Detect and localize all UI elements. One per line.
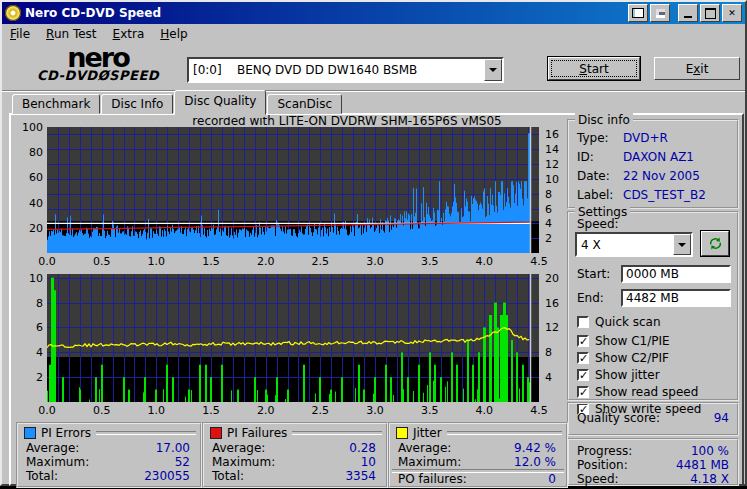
book-icon — [632, 8, 644, 18]
tab-benchmark[interactable]: Benchmark — [12, 94, 100, 114]
pif-right-axis: 20161284 — [542, 274, 568, 402]
logo-word-cdspeed: CD-DVDØSPEED — [18, 68, 178, 83]
close-button[interactable]: ✕ — [722, 4, 742, 22]
axis-tick-label: 4.0 — [476, 404, 494, 417]
header: nero CD-DVDØSPEED [0:0] BENQ DVD DD DW16… — [2, 44, 745, 91]
speed-select[interactable]: 4 X — [575, 232, 693, 257]
jitter-title: Jitter — [413, 426, 442, 440]
tab-disc-quality[interactable]: Disc Quality — [174, 90, 266, 115]
checkbox-box[interactable]: ✓ — [577, 352, 589, 364]
drive-select-dropdown-button[interactable] — [484, 59, 502, 81]
app-window: Nero CD-DVD Speed ✕ File Run Test Extra … — [0, 0, 747, 486]
pie-x-axis: 0.00.51.01.52.02.53.03.54.04.5 — [47, 255, 539, 268]
axis-tick-label: 100 — [11, 121, 43, 134]
stat-value: 230055 — [144, 469, 190, 483]
speed-select-dropdown-button[interactable] — [673, 234, 691, 255]
disc-id-value: DAXON AZ1 — [623, 150, 694, 166]
axis-tick-label: 2.0 — [257, 404, 275, 417]
start-position-label: Start: — [577, 267, 621, 281]
axis-tick-label: 4.0 — [476, 255, 494, 268]
drive-select[interactable]: [0:0] BENQ DVD DD DW1640 BSMB — [187, 57, 504, 83]
tab-scandisc[interactable]: ScanDisc — [267, 94, 342, 114]
axis-tick-label: 40 — [11, 197, 43, 210]
disc-date-value: 22 Nov 2005 — [623, 169, 700, 185]
checkbox-box[interactable]: ✓ — [577, 316, 589, 328]
save-icon-button[interactable] — [650, 4, 670, 22]
checkbox-show-c2-pif[interactable]: ✓ Show C2/PIF — [577, 351, 669, 365]
checkbox-show-c1-pie[interactable]: ✓ Show C1/PIE — [577, 334, 670, 348]
menu-file[interactable]: File — [2, 25, 38, 43]
menu-help[interactable]: Help — [152, 25, 195, 43]
quality-score-value: 94 — [714, 411, 729, 425]
axis-tick-label: 1.5 — [202, 404, 220, 417]
pi-failures-panel: PI Failures Average:0.28 Maximum:10 Tota… — [202, 422, 388, 488]
axis-tick-label: 2.5 — [312, 404, 330, 417]
axis-tick-label: 2.5 — [312, 255, 330, 268]
checkbox-quick-scan[interactable]: ✓ Quick scan — [577, 315, 661, 329]
axis-tick-label: 0.0 — [38, 255, 56, 268]
checkbox-box[interactable]: ✓ — [577, 335, 589, 347]
minimize-icon — [684, 16, 692, 18]
settings-group: Settings Speed: 4 X Start: 0000 — [567, 211, 739, 401]
checkbox-show-jitter[interactable]: ✓ Show jitter — [577, 368, 660, 382]
speed-readout-value: 4.18 X — [690, 472, 729, 486]
progress-value: 100 % — [691, 444, 729, 458]
start-button[interactable]: Start — [548, 57, 640, 80]
disc-type-label: Type: — [577, 131, 623, 147]
axis-tick-label: 4 — [11, 346, 43, 359]
axis-tick-label: 1.0 — [148, 255, 166, 268]
report-icon-button[interactable] — [628, 4, 648, 22]
checkbox-label: Quick scan — [595, 315, 661, 329]
drive-select-value: [0:0] BENQ DVD DD DW1640 BSMB — [189, 63, 484, 77]
chevron-down-icon — [678, 243, 686, 251]
refresh-icon — [708, 236, 723, 251]
checkbox-label: Show C1/PIE — [595, 334, 670, 348]
tab-disc-info[interactable]: Disc Info — [101, 94, 173, 114]
stat-value: 17.00 — [156, 441, 190, 455]
maximize-button[interactable] — [700, 4, 720, 22]
stat-value: 3354 — [345, 469, 376, 483]
stat-label: Maximum: — [26, 455, 89, 469]
pi-failures-title: PI Failures — [227, 426, 287, 440]
axis-tick-label: 8 — [11, 297, 43, 310]
exit-button[interactable]: Exit — [654, 57, 740, 80]
progress-label: Progress: — [577, 444, 632, 458]
disc-label-label: Label: — [577, 188, 623, 204]
close-icon: ✕ — [728, 9, 736, 18]
start-position-input[interactable]: 0000 MB — [621, 265, 731, 283]
pi-errors-title: PI Errors — [41, 426, 91, 440]
checkbox-label: Show C2/PIF — [595, 351, 669, 365]
checkbox-box[interactable]: ✓ — [577, 386, 589, 398]
jitter-panel: Jitter Average:9.42 % Maximum:12.0 % PO … — [388, 422, 568, 488]
stat-label: Total: — [26, 469, 58, 483]
checkbox-label: Show read speed — [595, 385, 698, 399]
axis-tick-label: 1.0 — [148, 404, 166, 417]
pi-errors-panel: PI Errors Average:17.00 Maximum:52 Total… — [16, 422, 202, 488]
menu-extra[interactable]: Extra — [105, 25, 153, 43]
pif-left-axis: 108642 — [11, 274, 43, 402]
axis-tick-label: 0.5 — [93, 255, 111, 268]
axis-tick-label: 20 — [11, 222, 43, 235]
end-position-input[interactable]: 4482 MB — [621, 289, 731, 307]
pie-legend-swatch — [24, 427, 36, 439]
disc-quality-page: recorded with LITE-ON DVDRW SHM-165P6S v… — [9, 113, 744, 486]
axis-tick-label: 0.0 — [38, 404, 56, 417]
logo-word-nero: nero — [18, 46, 178, 70]
stat-label: Average: — [212, 441, 265, 455]
axis-tick-label: 3.0 — [366, 404, 384, 417]
axis-tick-label: 3.5 — [421, 255, 439, 268]
axis-tick-label: 3.0 — [366, 255, 384, 268]
speed-readout-label: Speed: — [577, 472, 619, 486]
checkbox-box[interactable]: ✓ — [577, 369, 589, 381]
axis-tick-label: 4.5 — [530, 255, 548, 268]
checkbox-show-read-speed[interactable]: ✓ Show read speed — [577, 385, 698, 399]
stat-value: 9.42 % — [514, 441, 556, 455]
menu-run-test[interactable]: Run Test — [38, 25, 104, 43]
axis-tick-label: 1.5 — [202, 255, 220, 268]
minimize-button[interactable] — [678, 4, 698, 22]
tab-strip: Benchmark Disc Info Disc Quality ScanDis… — [12, 93, 343, 114]
checkbox-label: Show jitter — [595, 368, 660, 382]
maximize-icon — [705, 8, 716, 19]
window-title: Nero CD-DVD Speed — [25, 6, 626, 20]
refresh-speeds-button[interactable] — [701, 231, 729, 256]
